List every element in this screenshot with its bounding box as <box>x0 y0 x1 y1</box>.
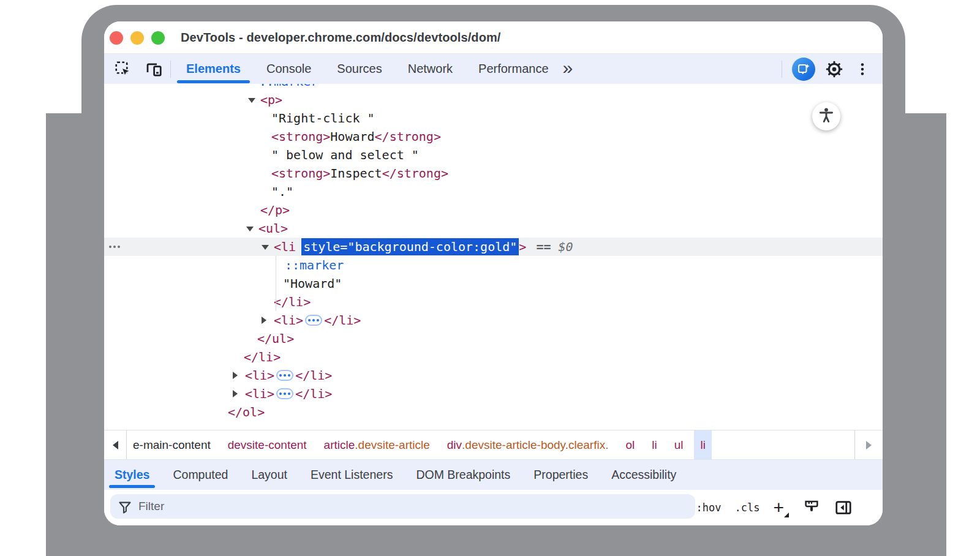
devtools-window: DevTools - developer.chrome.com/docs/dev… <box>104 21 883 525</box>
styles-pane-controls: :hov .cls + <box>696 490 853 525</box>
show-sidebar-panel-icon[interactable] <box>834 498 853 517</box>
dom-tree-row[interactable]: ::marker <box>104 84 883 91</box>
dom-tree-row[interactable]: ::marker <box>104 256 883 274</box>
dom-tree-row[interactable]: <li></li> <box>104 311 883 329</box>
dom-tag: <li> <box>274 313 303 328</box>
breadcrumb-item-li[interactable]: li <box>646 430 663 459</box>
dom-text-node: "Right-click " <box>271 111 375 126</box>
dom-tag: </p> <box>260 203 290 217</box>
tab-dom-breakpoints[interactable]: DOM Breakpoints <box>416 460 510 490</box>
indent-guide <box>276 256 276 311</box>
breadcrumb-item-article[interactable]: article.devsite-article <box>318 430 436 459</box>
more-panels-icon[interactable]: » <box>562 59 578 80</box>
dom-tag: </ul> <box>257 331 294 346</box>
breadcrumb-item-div[interactable]: div.devsite-article-body.clearfix. <box>441 430 615 459</box>
zoom-window-button[interactable] <box>151 31 165 45</box>
ellipsis-expand-icon[interactable] <box>276 388 293 399</box>
dom-tree-row[interactable]: <listyle="background-color:gold">==$0 <box>104 238 883 256</box>
breadcrumb-scroll-left-button[interactable] <box>104 430 127 459</box>
row-overflow-dots-icon <box>109 246 120 248</box>
dom-tag: <strong> <box>271 129 330 144</box>
tab-layout[interactable]: Layout <box>251 460 287 490</box>
dom-tree-row[interactable]: </ul> <box>104 329 883 348</box>
dom-tag: </li> <box>274 295 311 309</box>
dom-tree-row[interactable]: "Howard" <box>104 274 883 293</box>
dom-tree-row[interactable]: </ol> <box>104 403 883 421</box>
dom-tag: <ul> <box>258 221 288 236</box>
tab-styles[interactable]: Styles <box>115 460 149 490</box>
breadcrumb-tag: devsite-content <box>228 438 307 452</box>
breadcrumb-item-ol[interactable]: ol <box>619 430 641 459</box>
dom-tag: </strong> <box>382 166 448 181</box>
dom-tag: </ol> <box>228 405 265 419</box>
breadcrumb-item-li[interactable]: li <box>694 430 711 459</box>
accessibility-overlay-button[interactable] <box>812 102 840 130</box>
element-classes-button[interactable]: .cls <box>735 502 760 514</box>
breadcrumb-classes: .devsite-article <box>355 438 430 452</box>
dom-tree-row[interactable]: " below and select " <box>104 146 883 164</box>
dom-tree-row[interactable]: <p> <box>104 91 883 109</box>
new-style-rule-button[interactable]: + <box>773 498 789 517</box>
tab-properties[interactable]: Properties <box>533 460 588 490</box>
tab-computed[interactable]: Computed <box>173 460 228 490</box>
toolbar-divider <box>170 61 171 78</box>
breadcrumb-bar: e-main-contentdevsite-contentarticle.dev… <box>104 430 883 459</box>
tab-elements[interactable]: Elements <box>173 54 254 84</box>
expander-collapsed-icon[interactable] <box>233 390 238 397</box>
breadcrumb-scroll-right-button[interactable] <box>854 430 883 459</box>
dom-tree-row[interactable]: </p> <box>104 201 883 219</box>
breadcrumb-item-e-main-content[interactable]: e-main-content <box>127 430 217 459</box>
selected-attribute[interactable]: style="background-color:gold" <box>301 238 519 255</box>
inspect-element-icon[interactable] <box>114 60 132 78</box>
sidebar-tab-strip: StylesComputedLayoutEvent ListenersDOM B… <box>104 459 883 490</box>
expander-open-icon[interactable] <box>262 245 269 250</box>
tab-performance[interactable]: Performance <box>466 54 562 84</box>
dom-tree-row[interactable]: <strong>Inspect</strong> <box>104 164 883 182</box>
expander-open-icon[interactable] <box>248 98 255 103</box>
dom-tree-row[interactable]: <ul> <box>104 219 883 238</box>
tab-sources[interactable]: Sources <box>324 54 394 84</box>
toggle-device-toolbar-icon[interactable] <box>145 60 163 78</box>
dom-tag: > <box>519 239 526 254</box>
dom-tree-row[interactable]: </li> <box>104 348 883 366</box>
expander-open-icon[interactable] <box>246 227 254 231</box>
dom-tag: <li> <box>245 386 274 401</box>
breadcrumb-item-ul[interactable]: ul <box>668 430 690 459</box>
dom-text-node: Inspect <box>330 166 382 181</box>
toggle-element-state-button[interactable]: :hov <box>696 502 722 514</box>
dom-tag: <li <box>274 239 296 254</box>
dom-tree-row[interactable]: "Right-click " <box>104 109 883 127</box>
ellipsis-expand-icon[interactable] <box>276 370 293 381</box>
styles-filter-input[interactable] <box>110 494 695 519</box>
tab-network[interactable]: Network <box>395 54 466 84</box>
tab-console[interactable]: Console <box>254 54 324 84</box>
expander-collapsed-icon[interactable] <box>262 317 266 324</box>
more-options-kebab-icon[interactable] <box>853 60 872 78</box>
title-bar: DevTools - developer.chrome.com/docs/dev… <box>104 21 883 54</box>
dom-tree: ::marker<p>"Right-click "<strong>Howard<… <box>104 84 883 430</box>
breadcrumb-item-devsite-content[interactable]: devsite-content <box>222 430 313 459</box>
tab-accessibility[interactable]: Accessibility <box>611 460 676 490</box>
dom-text-node: " below and select " <box>271 148 419 162</box>
close-window-button[interactable] <box>110 31 123 45</box>
breadcrumb-tag: article <box>324 438 355 452</box>
ai-assistance-icon[interactable] <box>792 58 815 81</box>
panel-tab-strip: ElementsConsoleSourcesNetworkPerformance <box>173 54 562 84</box>
dom-tag: </li> <box>295 386 332 401</box>
dom-tree-row[interactable]: "." <box>104 182 883 201</box>
dom-tree-row[interactable]: <li></li> <box>104 366 883 385</box>
toolbar-right-controls <box>782 54 872 84</box>
settings-gear-icon[interactable] <box>825 60 843 78</box>
dom-tree-row[interactable]: </li> <box>104 293 883 311</box>
dom-text-node: "Howard" <box>283 276 342 291</box>
minimize-window-button[interactable] <box>130 31 144 45</box>
breadcrumb-tag: e-main-content <box>133 438 211 452</box>
tab-event-listeners[interactable]: Event Listeners <box>311 460 393 490</box>
dom-tag: <li> <box>245 368 274 383</box>
rendering-emulations-brush-icon[interactable] <box>802 498 821 517</box>
dom-tree-row[interactable]: <li></li> <box>104 385 883 403</box>
dom-tree-row[interactable]: <strong>Howard</strong> <box>104 127 883 146</box>
dom-tag: </li> <box>295 368 332 383</box>
ellipsis-expand-icon[interactable] <box>305 315 322 326</box>
expander-collapsed-icon[interactable] <box>233 372 238 379</box>
